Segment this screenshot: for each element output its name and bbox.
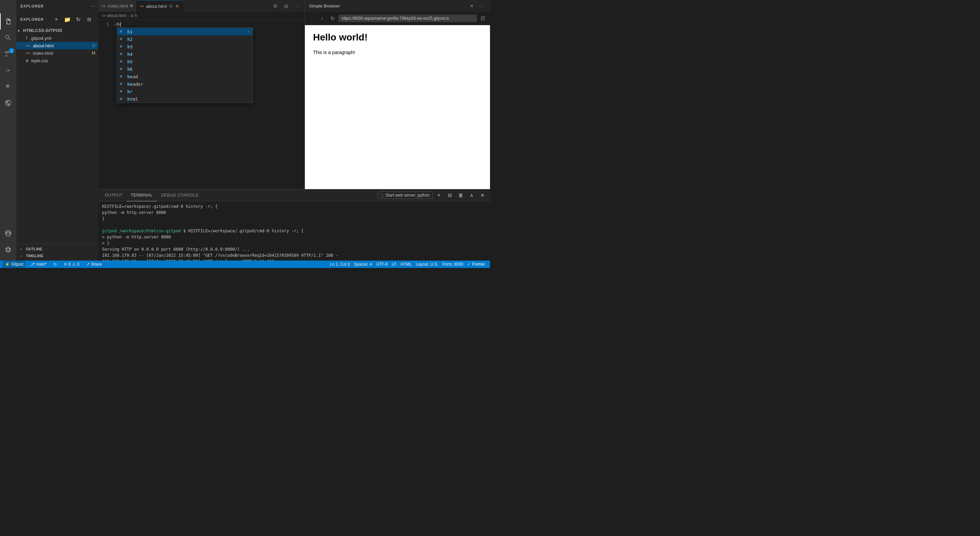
- tab-about-close[interactable]: ✕: [175, 3, 180, 9]
- activity-remote[interactable]: [0, 95, 16, 111]
- ac-text-h6: h6: [127, 67, 250, 72]
- terminal-tab-terminal[interactable]: TERMINAL: [127, 189, 157, 201]
- ac-icon-h2: ⌘: [120, 37, 124, 41]
- editor-breadcrumb: <> about.html › ⊙ h: [98, 12, 305, 20]
- tree-item-gitpod[interactable]: ! .gitpod.yml: [16, 34, 98, 42]
- autocomplete-item-header[interactable]: ⌘ header: [117, 80, 253, 88]
- status-line-ending[interactable]: LF: [390, 260, 398, 268]
- terminal-close-button[interactable]: ✕: [478, 190, 487, 200]
- tab-index[interactable]: <> index.html M: [98, 0, 136, 12]
- about-file-icon: <>: [26, 44, 30, 48]
- tab-about-label: about.html: [146, 4, 167, 9]
- new-file-icon[interactable]: +: [52, 14, 61, 24]
- ac-text-h1: h1: [127, 29, 245, 34]
- new-folder-icon[interactable]: 📁: [63, 14, 72, 24]
- autocomplete-item-h1[interactable]: ⌘ h1 ›: [117, 28, 253, 35]
- autocomplete-item-hr[interactable]: ⌘ hr: [117, 88, 253, 95]
- start-server-button[interactable]: ⬚ Start web server: python: [378, 192, 433, 199]
- terminal-trash-button[interactable]: 🗑: [456, 190, 466, 200]
- autocomplete-item-head[interactable]: ⌘ head: [117, 73, 253, 80]
- breadcrumb-symbol[interactable]: h: [135, 13, 137, 18]
- breadcrumb-sep: ›: [127, 13, 129, 18]
- tree-item-style[interactable]: # style.css: [16, 57, 98, 64]
- collapse-icon[interactable]: ⊟: [84, 14, 94, 24]
- file-tree: ▾ HTMLCSS-GITPOD ! .gitpod.yml <> about.…: [16, 27, 98, 244]
- status-sync[interactable]: ↻: [51, 260, 59, 268]
- editor-area: <> about.html › ⊙ h 1 <h: [98, 12, 305, 189]
- browser-back-button[interactable]: ‹: [308, 14, 317, 23]
- status-branch[interactable]: ⎇ main*: [28, 260, 49, 268]
- gitpod-label: Gitpod: [11, 262, 23, 266]
- code-h: h: [117, 21, 120, 27]
- sync-icon: ↻: [53, 262, 57, 266]
- autocomplete-item-h2[interactable]: ⌘ h2: [117, 35, 253, 43]
- autocomplete-item-h5[interactable]: ⌘ h5: [117, 58, 253, 65]
- root-chevron: ▾: [18, 29, 22, 33]
- autocomplete-item-h3[interactable]: ⌘ h3: [117, 43, 253, 50]
- activity-search[interactable]: [0, 30, 16, 46]
- term-prompt-user: gitpod: [102, 228, 117, 233]
- term-line-5: > python -m http.server 8000: [102, 234, 486, 240]
- browser-content: Hello world! This is a paragraph!: [305, 25, 490, 189]
- outline-section[interactable]: › OUTLINE: [16, 246, 98, 252]
- browser-refresh-button[interactable]: ↻: [328, 14, 337, 23]
- terminal-tab-debug[interactable]: DEBUG CONSOLE: [157, 189, 203, 201]
- activity-run[interactable]: [0, 62, 16, 79]
- code-angle-bracket: <: [115, 21, 117, 27]
- sidebar-more-icon[interactable]: ···: [91, 3, 95, 9]
- autocomplete-item-html[interactable]: ⌘ html: [117, 95, 253, 103]
- warning-icon: ⚠: [72, 262, 76, 266]
- tab-about[interactable]: <> about.html U ✕: [136, 0, 183, 12]
- breadcrumb-symbol-icon: ⊙: [130, 14, 134, 18]
- terminal-maximize-button[interactable]: ∧: [467, 190, 476, 200]
- gitpod-file-icon: !: [26, 36, 27, 40]
- activity-bottom: [0, 225, 16, 260]
- status-share[interactable]: ↗ Share: [84, 260, 104, 268]
- status-right: Ln 1, Col 3 Spaces: 4 UTF-8 LF HTML Layo…: [328, 260, 487, 268]
- status-gitpod[interactable]: ⚡ Gitpod: [3, 260, 25, 268]
- activity-settings[interactable]: [0, 241, 16, 258]
- tree-item-index[interactable]: <> index.html M: [16, 49, 98, 57]
- status-spaces[interactable]: Spaces: 4: [352, 260, 374, 268]
- autocomplete-item-h4[interactable]: ⌘ h4: [117, 50, 253, 58]
- terminal-add-button[interactable]: +: [434, 190, 444, 200]
- status-ports[interactable]: Ports: 8000: [440, 260, 465, 268]
- sidebar-header-icons: + 📁 ↻ ⊟: [52, 14, 94, 24]
- editor-layout-button[interactable]: ⊟: [282, 2, 291, 11]
- term-prompt-path: /workspace/htmlcss-gitpod: [119, 228, 181, 233]
- status-layout[interactable]: Layout: U.S.: [414, 260, 440, 268]
- activity-extensions[interactable]: [0, 79, 16, 95]
- tree-root[interactable]: ▾ HTMLCSS-GITPOD: [16, 27, 98, 34]
- terminal-content[interactable]: HISTFILE=/workspace/.gitpod/cmd-0 histor…: [98, 201, 490, 260]
- activity-source-control[interactable]: 2: [0, 46, 16, 62]
- timeline-section[interactable]: › TIMELINE: [16, 252, 98, 259]
- ac-text-head: head: [127, 74, 250, 79]
- terminal-split-button[interactable]: ⊟: [445, 190, 455, 200]
- refresh-icon[interactable]: ↻: [73, 14, 83, 24]
- about-filename: about.html: [33, 43, 54, 48]
- browser-external-link-button[interactable]: [479, 14, 487, 23]
- activity-account[interactable]: [0, 225, 16, 241]
- status-language[interactable]: HTML: [398, 260, 414, 268]
- browser-more-button[interactable]: ···: [476, 2, 486, 11]
- browser-url-input[interactable]: [338, 14, 477, 22]
- split-editor-button[interactable]: ⧉: [270, 2, 280, 11]
- tab-index-badge: M: [130, 4, 133, 8]
- status-encoding[interactable]: UTF-8: [374, 260, 390, 268]
- breadcrumb-file[interactable]: about.html: [107, 13, 126, 18]
- terminal-tab-output[interactable]: OUTPUT: [101, 189, 127, 201]
- sidebar-bottom: › OUTLINE › TIMELINE: [16, 244, 98, 260]
- more-actions-button[interactable]: ···: [292, 2, 302, 11]
- autocomplete-item-h6[interactable]: ⌘ h6: [117, 65, 253, 73]
- status-prettier[interactable]: ✓ Prettier: [465, 260, 487, 268]
- activity-explorer[interactable]: [0, 13, 16, 30]
- tree-item-about[interactable]: <> about.html U: [16, 42, 98, 49]
- browser-forward-button[interactable]: ›: [318, 14, 327, 23]
- ac-icon-h6: ⌘: [120, 67, 124, 71]
- tab-about-icon: <>: [140, 4, 144, 8]
- terminal-area: OUTPUT TERMINAL DEBUG CONSOLE ⬚ Start we…: [98, 189, 490, 260]
- status-position[interactable]: Ln 1, Col 3: [328, 260, 352, 268]
- browser-tab-close[interactable]: ✕: [470, 3, 474, 8]
- term-line-2: python -m http.server 8000: [102, 209, 486, 216]
- status-errors[interactable]: ✕ 0 ⚠ 0: [62, 260, 81, 268]
